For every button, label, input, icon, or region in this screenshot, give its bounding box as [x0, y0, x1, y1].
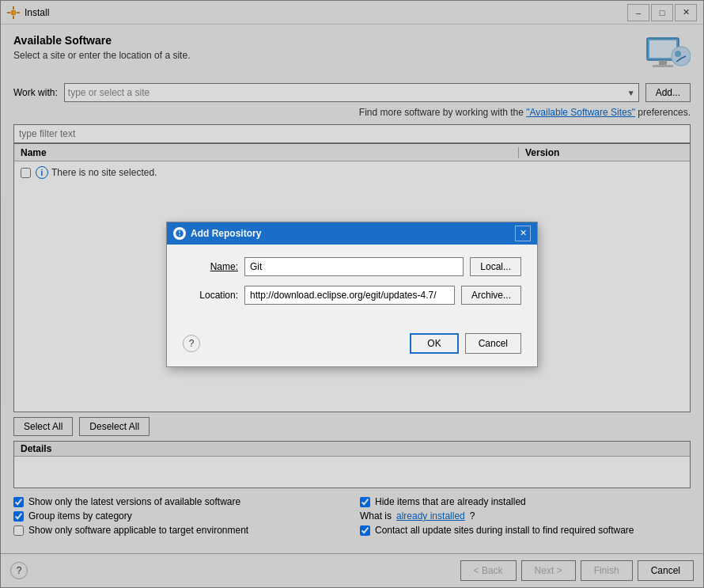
modal-location-label: Location:: [183, 290, 238, 301]
modal-overlay: Add Repository ✕ Name: Local... Location…: [0, 0, 704, 588]
modal-help-button[interactable]: ?: [183, 335, 200, 352]
modal-name-label: Name:: [183, 261, 238, 272]
modal-title-left: Add Repository: [173, 227, 261, 240]
modal-footer: ? OK Cancel: [167, 327, 537, 366]
modal-body: Name: Local... Location: Archive...: [167, 245, 537, 327]
modal-action-buttons: OK Cancel: [410, 333, 521, 354]
svg-rect-12: [180, 230, 180, 233]
modal-name-input[interactable]: [244, 257, 464, 276]
archive-button[interactable]: Archive...: [461, 286, 521, 305]
modal-location-row: Location: Archive...: [183, 286, 521, 305]
modal-icon: [173, 227, 186, 240]
modal-cancel-button[interactable]: Cancel: [465, 333, 521, 354]
modal-close-button[interactable]: ✕: [515, 226, 531, 241]
modal-title-bar: Add Repository ✕: [167, 222, 537, 245]
modal-title-text: Add Repository: [191, 228, 261, 239]
svg-rect-13: [180, 234, 180, 236]
modal-name-row: Name: Local...: [183, 257, 521, 276]
local-button[interactable]: Local...: [470, 257, 521, 276]
add-repository-dialog: Add Repository ✕ Name: Local... Location…: [166, 222, 538, 367]
modal-ok-button[interactable]: OK: [410, 333, 458, 354]
modal-location-input[interactable]: [244, 286, 455, 305]
